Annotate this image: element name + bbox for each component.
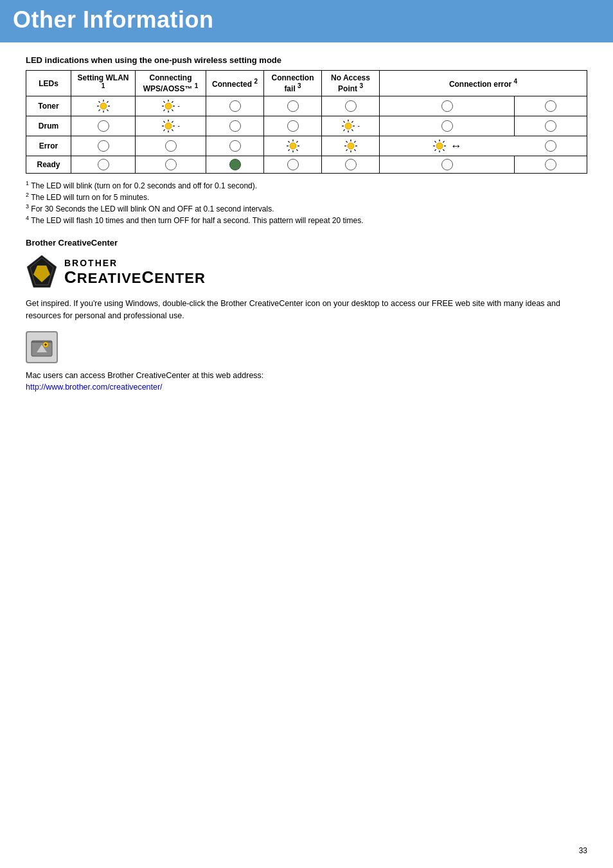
led-circle-icon (545, 120, 556, 132)
svg-point-45 (348, 143, 354, 149)
cell-ready-setting (71, 156, 136, 174)
svg-line-43 (296, 141, 298, 143)
svg-line-25 (172, 122, 173, 123)
table-row-toner: Toner (26, 96, 587, 116)
col-header-connecting: ConnectingWPS/AOSS™ 1 (136, 71, 206, 96)
cell-drum-fail (264, 116, 322, 136)
cell-toner-setting (71, 96, 136, 116)
cell-drum-setting (71, 116, 136, 136)
led-sun-icon (432, 139, 447, 153)
cell-ready-fail (264, 156, 322, 174)
svg-point-18 (165, 123, 172, 129)
arrow-icon: ↔ (450, 140, 462, 152)
cell-error-fail (264, 136, 322, 156)
table-row-drum: Drum (26, 116, 587, 136)
col-header-fail: Connectionfail 3 (264, 71, 322, 96)
svg-line-50 (346, 141, 347, 143)
col-header-connected: Connected 2 (206, 71, 264, 96)
mac-text: Mac users can access Brother CreativeCen… (26, 370, 587, 394)
svg-line-59 (435, 141, 436, 143)
cell-ready-error1 (380, 156, 515, 174)
svg-line-53 (346, 149, 347, 150)
svg-line-60 (443, 149, 445, 150)
led-circle-icon (545, 140, 556, 152)
led-sun-icon (344, 139, 358, 153)
led-circle-icon (441, 100, 453, 112)
svg-line-5 (98, 102, 100, 103)
footnote-4: 4 The LED will flash 10 times and then t… (26, 215, 587, 225)
brother-logo: BROTHER CREATIVECENTER (26, 254, 587, 291)
cell-toner-fail (264, 96, 322, 116)
svg-line-41 (288, 141, 289, 143)
brother-diamond-icon (26, 254, 58, 291)
cell-error-setting (71, 136, 136, 156)
svg-line-61 (443, 141, 445, 143)
svg-rect-67 (31, 341, 52, 343)
svg-line-16 (172, 102, 173, 103)
svg-point-27 (345, 123, 351, 129)
led-sun-icon (161, 99, 175, 113)
cell-error-error2 (515, 136, 587, 156)
cell-toner-noaccess (322, 96, 380, 116)
led-circle-icon (229, 120, 241, 132)
cell-drum-label: Drum (26, 116, 71, 136)
led-circle-icon (441, 159, 453, 170)
led-sun-icon (96, 99, 111, 113)
cell-ready-connected (206, 156, 264, 174)
svg-point-9 (165, 103, 172, 109)
led-circle-icon (229, 100, 241, 112)
page-number: 33 (579, 846, 587, 855)
cell-drum-noaccess: - (322, 116, 380, 136)
svg-point-54 (436, 143, 443, 149)
led-circle-icon (229, 140, 241, 152)
svg-line-26 (164, 129, 165, 131)
col-header-leds: LEDs (26, 71, 71, 96)
cell-error-connected (206, 136, 264, 156)
page-title: Other Information (13, 6, 600, 33)
table-row-error: Error (26, 136, 587, 156)
led-circle-icon (165, 140, 177, 152)
svg-line-24 (172, 129, 173, 131)
led-circle-icon (545, 100, 556, 112)
svg-line-6 (107, 109, 108, 111)
cell-error-connecting (136, 136, 206, 156)
mac-link[interactable]: http://www.brother.com/creativecenter/ (26, 383, 163, 392)
led-sun-icon (161, 119, 175, 133)
svg-line-42 (296, 149, 298, 150)
cell-error-error1: ↔ (380, 136, 515, 156)
svg-line-33 (351, 129, 353, 131)
cell-toner-label: Toner (26, 96, 71, 116)
cell-drum-error1 (380, 116, 515, 136)
col-header-error: Connection error 4 (380, 71, 587, 96)
svg-point-0 (100, 103, 107, 109)
svg-line-62 (435, 149, 436, 150)
led-circle-icon (98, 140, 109, 152)
svg-line-7 (107, 102, 108, 103)
svg-line-34 (351, 122, 353, 123)
led-circle-icon (545, 159, 556, 170)
brother-text-block: BROTHER CREATIVECENTER (64, 258, 206, 287)
led-sun-icon (341, 119, 355, 133)
cell-drum-connected (206, 116, 264, 136)
svg-point-36 (290, 143, 296, 149)
led-circle-icon (345, 159, 357, 170)
brother-section-title: Brother CreativeCenter (26, 238, 587, 248)
brother-body-text: Get inspired. If you're using Windows, d… (26, 298, 587, 322)
brother-section: Brother CreativeCenter BROTHER CREATIVEC… (26, 238, 587, 393)
footnotes: 1 The LED will blink (turn on for 0.2 se… (26, 180, 587, 225)
col-header-noaccess: No AccessPoint 3 (322, 71, 380, 96)
svg-line-51 (354, 149, 355, 150)
table-row-ready: Ready (26, 156, 587, 174)
svg-line-23 (164, 122, 165, 123)
cell-toner-error1 (380, 96, 515, 116)
led-circle-icon (287, 100, 299, 112)
footnote-2: 2 The LED will turn on for 5 minutes. (26, 192, 587, 202)
led-circle-icon (345, 100, 357, 112)
led-circle-icon (441, 120, 453, 132)
footnote-1: 1 The LED will blink (turn on for 0.2 se… (26, 180, 587, 190)
cell-error-noaccess (322, 136, 380, 156)
page-content: LED indications when using the one-push … (0, 55, 613, 419)
brother-logo-line1: BROTHER (64, 258, 206, 268)
led-circle-icon (287, 159, 299, 170)
cell-toner-connecting: - (136, 96, 206, 116)
